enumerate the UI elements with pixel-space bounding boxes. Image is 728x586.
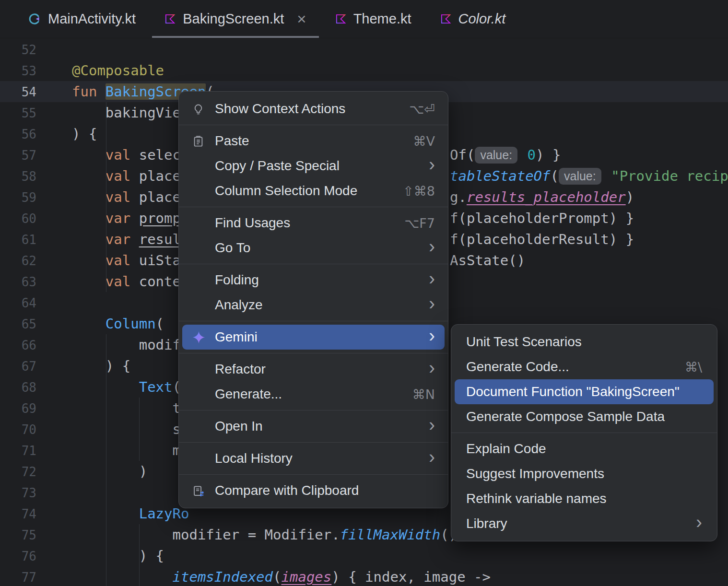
line-number[interactable]: 77 (0, 567, 36, 586)
code-line-77[interactable]: 77 itemsIndexed(images) { index, image -… (0, 566, 728, 586)
menu-item-library[interactable]: Library› (455, 511, 714, 536)
menu-item-copy-paste-special[interactable]: Copy / Paste Special› (182, 153, 445, 178)
code-text[interactable]: val uiStat (36, 252, 189, 269)
code-text-right[interactable]: g.results_placeholder) (450, 187, 634, 208)
menu-item-local-history[interactable]: Local History› (182, 446, 445, 471)
code-text-right[interactable]: Of(value: 0) } (450, 144, 561, 165)
menu-item-label: Generate... (215, 387, 399, 402)
code-text[interactable]: ) { (36, 126, 97, 142)
line-number[interactable]: 56 (0, 124, 36, 145)
menu-item-generate-compose-sample-data[interactable]: Generate Compose Sample Data (455, 404, 714, 429)
tab-color-kt[interactable]: Color.kt (426, 0, 520, 38)
line-number[interactable]: 69 (0, 398, 36, 419)
code-text[interactable]: modifier = Modifier.fillMaxWidth() (36, 527, 457, 543)
menu-item-unit-test-scenarios[interactable]: Unit Test Scenarios (455, 329, 714, 354)
line-number[interactable]: 59 (0, 187, 36, 208)
code-line-52[interactable]: 52 (0, 39, 728, 60)
code-text[interactable]: itemsIndexed(images) { index, image -> (36, 569, 491, 585)
code-text[interactable]: ) (36, 463, 147, 480)
menu-item-find-usages[interactable]: Find Usages⌥F7 (182, 211, 445, 235)
menu-item-suggest-improvements[interactable]: Suggest Improvements (455, 461, 714, 486)
line-number[interactable]: 63 (0, 271, 36, 293)
line-number[interactable]: 74 (0, 504, 36, 525)
code-text-right[interactable]: AsState() (450, 250, 525, 271)
line-number[interactable]: 66 (0, 335, 36, 356)
line-number[interactable]: 73 (0, 482, 36, 504)
chevron-right-icon: › (429, 270, 435, 288)
tab-mainactivity-kt[interactable]: MainActivity.kt (13, 0, 150, 38)
code-text[interactable]: val placeh (36, 168, 189, 184)
menu-item-generate-code[interactable]: Generate Code...⌘\ (455, 354, 714, 379)
menu-item-folding[interactable]: Folding› (182, 268, 445, 293)
close-tab-icon[interactable]: × (297, 11, 306, 27)
menu-item-go-to[interactable]: Go To› (182, 235, 445, 260)
menu-item-analyze[interactable]: Analyze› (182, 293, 445, 317)
code-text-right[interactable]: f(placeholderPrompt) } (450, 208, 634, 229)
code-text[interactable]: @Composable (36, 62, 164, 79)
code-text[interactable]: LazyRo (36, 505, 189, 522)
compose-file-icon (28, 12, 41, 25)
line-number[interactable]: 72 (0, 461, 36, 482)
line-number[interactable]: 61 (0, 229, 36, 250)
kotlin-file-icon (335, 13, 346, 24)
code-text[interactable]: st (36, 421, 189, 437)
tab-theme-kt[interactable]: Theme.kt (321, 0, 426, 38)
code-text[interactable] (36, 41, 72, 58)
kotlin-file-icon (440, 13, 451, 24)
code-text-right[interactable]: f(placeholderResult) } (450, 229, 634, 250)
line-number[interactable]: 57 (0, 145, 36, 166)
line-number[interactable]: 55 (0, 103, 36, 124)
menu-item-refactor[interactable]: Refactor› (182, 357, 445, 382)
code-text[interactable]: modifi (36, 337, 189, 353)
menu-item-document-function-bakingscreen[interactable]: Document Function "BakingScreen" (455, 379, 714, 404)
menu-shortcut: ⌘\ (685, 360, 702, 375)
line-number[interactable]: 53 (0, 60, 36, 82)
line-number[interactable]: 64 (0, 293, 36, 314)
code-text[interactable] (36, 294, 72, 311)
code-text[interactable]: ) { (36, 358, 130, 374)
inlay-hint-value: value: (475, 147, 517, 164)
code-text[interactable]: bakingView (36, 105, 189, 121)
code-text[interactable]: ) { (36, 548, 164, 564)
line-number[interactable]: 52 (0, 39, 36, 60)
line-number[interactable]: 70 (0, 419, 36, 440)
code-text[interactable]: mo (36, 442, 189, 458)
code-text[interactable]: val contex (36, 273, 189, 290)
line-number[interactable]: 68 (0, 377, 36, 398)
line-number[interactable]: 58 (0, 166, 36, 187)
line-number[interactable]: 67 (0, 356, 36, 377)
code-text[interactable]: val placeh (36, 189, 189, 205)
code-text[interactable] (36, 484, 72, 501)
menu-item-label: Folding (215, 272, 418, 288)
code-text[interactable]: val select (36, 147, 189, 163)
code-text[interactable]: Text( (36, 379, 181, 395)
menu-item-open-in[interactable]: Open In› (182, 414, 445, 439)
chevron-right-icon: › (696, 513, 702, 531)
menu-item-paste[interactable]: Paste⌘V (182, 129, 445, 153)
line-number[interactable]: 76 (0, 546, 36, 567)
line-number[interactable]: 54 (0, 82, 36, 103)
code-text[interactable]: Column( (36, 316, 164, 332)
menu-item-compare-with-clipboard[interactable]: Compare with Clipboard (182, 478, 445, 503)
menu-item-label: Analyze (215, 297, 418, 313)
line-number[interactable]: 71 (0, 440, 36, 461)
menu-item-show-context-actions[interactable]: Show Context Actions⌥⏎ (182, 96, 445, 121)
line-number[interactable]: 65 (0, 314, 36, 335)
menu-separator (179, 442, 448, 443)
menu-item-rethink-variable-names[interactable]: Rethink variable names (455, 486, 714, 511)
code-text-right[interactable]: tableStateOf(value: "Provide recipe of (450, 165, 728, 187)
line-number[interactable]: 60 (0, 208, 36, 229)
menu-item-explain-code[interactable]: Explain Code (455, 436, 714, 461)
code-line-76[interactable]: 76 ) { (0, 545, 728, 566)
code-text[interactable]: te (36, 400, 189, 416)
code-line-53[interactable]: 53@Composable (0, 60, 728, 81)
menu-item-generate[interactable]: Generate...⌘N (182, 382, 445, 407)
code-text[interactable]: var result (36, 231, 189, 247)
line-number[interactable]: 62 (0, 250, 36, 271)
menu-item-gemini[interactable]: Gemini› (182, 325, 445, 350)
tab-bakingscreen-kt[interactable]: BakingScreen.kt× (150, 0, 320, 38)
line-number[interactable]: 75 (0, 525, 36, 546)
menu-item-column-selection-mode[interactable]: Column Selection Mode⇧⌘8 (182, 178, 445, 203)
code-text[interactable]: var prompt (36, 210, 189, 226)
indent-guide (139, 524, 140, 586)
